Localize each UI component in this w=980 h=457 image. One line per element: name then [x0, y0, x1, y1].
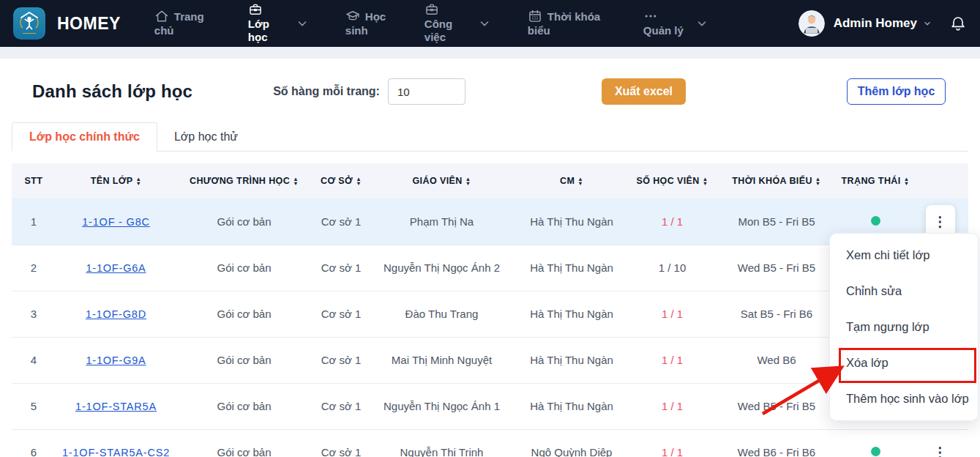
cell-program: Gói cơ bản [176, 337, 312, 383]
cell-student-count: 1 / 10 [659, 261, 687, 274]
table-body: 1 1-1OF - G8C Gói cơ bản Cơ sở 1 Phạm Th… [12, 198, 968, 457]
cell-cm: Hà Thị Thu Ngàn [513, 383, 630, 429]
homey-logo-icon[interactable] [13, 7, 45, 40]
cell-schedule: Sat B5 - Fri B6 [714, 291, 839, 337]
cell-program: Gói cơ bản [176, 291, 312, 337]
cell-stt: 1 [12, 198, 56, 245]
rows-per-page: Số hàng mỗi trang: [273, 78, 465, 105]
cell-student-count: 1 / 1 [662, 215, 683, 228]
class-table: STT TÊN LỚP▲▼ CHƯƠNG TRÌNH HỌC▲▼ CƠ SỞ▲▼… [12, 163, 968, 457]
column-header[interactable]: GIÁO VIÊN▲▼ [370, 163, 513, 198]
tab-official-classes[interactable]: Lớp học chính thức [12, 122, 157, 152]
kebab-icon: ⋮ [933, 445, 947, 457]
nav-item-thoi-khoa-bieu[interactable]: Thời khóa biểu [528, 9, 607, 38]
cell-teacher: Đào Thu Trang [370, 291, 513, 337]
cell-student-count: 1 / 1 [662, 308, 683, 320]
user-name[interactable]: Admin Homey [834, 16, 917, 31]
nav-items: Trang chủ Lớp học Học sinh Công việc Thờ… [154, 2, 708, 45]
page-title: Danh sách lớp học [32, 81, 192, 102]
add-class-button[interactable]: Thêm lớp học [847, 78, 946, 105]
sort-icon: ▲▼ [356, 177, 362, 185]
column-header[interactable]: TÊN LỚP▲▼ [56, 163, 176, 198]
sort-icon: ▲▼ [815, 177, 821, 185]
table-row: 2 1-1OF-G6A Gói cơ bản Cơ sở 1 Nguyễn Th… [12, 245, 968, 291]
nav-item-cong-viec[interactable]: Công việc [424, 2, 491, 45]
cell-cm: Hà Thị Thu Ngàn [513, 198, 630, 245]
cell-cm: Hà Thị Thu Ngàn [513, 245, 630, 291]
nav-item-label: Quản lý [643, 24, 684, 37]
nav-right-cluster: Admin Homey [798, 10, 967, 37]
table-row: 1 1-1OF - G8C Gói cơ bản Cơ sở 1 Phạm Th… [12, 198, 968, 245]
sort-icon: ▲▼ [577, 177, 583, 185]
calendar-icon [528, 10, 547, 23]
brand-name[interactable]: HOMEY [57, 14, 121, 34]
cell-teacher: Nguyễn Thị Ngọc Ánh 2 [370, 245, 513, 291]
sort-icon: ▲▼ [465, 177, 471, 185]
class-name-link[interactable]: 1-1OF-G9A [86, 354, 146, 366]
status-dot-icon [871, 447, 880, 456]
context-menu-item[interactable]: Chỉnh sửa [830, 273, 978, 309]
cell-student-count: 1 / 1 [662, 354, 683, 366]
cell-teacher: Mai Thị Minh Nguyệt [370, 337, 513, 383]
cell-cm: Ngô Quỳnh Diệp [513, 429, 630, 457]
table-row: 4 1-1OF-G9A Gói cơ bản Cơ sở 1 Mai Thị M… [12, 337, 968, 383]
column-header[interactable]: CM▲▼ [513, 163, 630, 198]
nav-item-trang-chu[interactable]: Trang chủ [154, 9, 212, 38]
top-navbar: HOMEY Trang chủ Lớp học Học sinh Công vi… [0, 0, 980, 47]
class-tabs: Lớp học chính thức Lớp học thử [12, 122, 968, 152]
class-name-link[interactable]: 1-1OF-STAR5A [75, 401, 157, 412]
graduation-cap-icon [345, 10, 365, 23]
nav-item-hoc-sinh[interactable]: Học sinh [345, 9, 388, 38]
context-menu-item[interactable]: Tạm ngưng lớp [830, 309, 978, 345]
status-dot-icon [871, 216, 880, 226]
cell-stt: 5 [12, 383, 56, 429]
nav-item-lop-hoc[interactable]: Lớp học [248, 2, 309, 45]
class-name-link[interactable]: 1-1OF-G6A [86, 262, 146, 274]
sort-icon: ▲▼ [293, 177, 299, 185]
user-avatar[interactable] [798, 10, 825, 37]
sort-icon: ▲▼ [904, 177, 910, 185]
context-menu-item[interactable]: Xóa lớp [830, 345, 978, 381]
tab-trial-classes[interactable]: Lớp học thử [157, 122, 255, 152]
context-menu-item[interactable]: Xem chi tiết lớp [830, 237, 978, 273]
column-header[interactable]: CHƯƠNG TRÌNH HỌC▲▼ [176, 163, 312, 198]
cell-program: Gói cơ bản [176, 198, 312, 245]
cell-cm: Hà Thị Thu Ngàn [513, 337, 630, 383]
kebab-icon: ⋮ [933, 215, 947, 228]
nav-item-quan-ly[interactable]: Quản lý [643, 9, 708, 38]
cell-schedule: Wed B6 - Fri B6 [714, 429, 839, 457]
row-actions-button[interactable]: ⋮ [926, 436, 955, 457]
notification-bell-icon[interactable] [949, 15, 967, 32]
table-row: 5 1-1OF-STAR5A Gói cơ bản Cơ sở 1 Nguyễn… [12, 383, 968, 429]
ellipsis-icon [643, 10, 663, 23]
cell-campus: Cơ sở 1 [312, 198, 370, 245]
context-menu-item[interactable]: Thêm học sinh vào lớp [830, 381, 978, 417]
nav-item-label: Công việc [424, 18, 452, 44]
column-header[interactable]: SỐ HỌC VIÊN▲▼ [630, 163, 714, 198]
cell-stt: 3 [12, 291, 56, 337]
chevron-down-icon[interactable] [695, 17, 708, 30]
chevron-down-icon[interactable] [478, 17, 491, 30]
class-name-link[interactable]: 1-1OF-G8D [86, 308, 146, 320]
column-header: STT [12, 163, 56, 198]
class-name-link[interactable]: 1-1OF-STAR5A-CS2 [62, 447, 170, 457]
cell-teacher: Nguyễn Thị Ngọc Ánh 1 [370, 383, 513, 429]
column-header[interactable]: TRẠNG THÁI▲▼ [839, 163, 912, 198]
cell-program: Gói cơ bản [176, 245, 312, 291]
chevron-down-icon[interactable] [296, 17, 309, 30]
column-header[interactable]: CƠ SỞ▲▼ [312, 163, 370, 198]
briefcase-icon [424, 4, 444, 16]
cell-campus: Cơ sở 1 [312, 383, 370, 429]
cell-schedule: Wed B5 - Fri B5 [714, 245, 839, 291]
table-row: 6 1-1OF-STAR5A-CS2 Gói cơ bản Cơ sở 1 Ng… [12, 429, 968, 457]
column-header[interactable]: THỜI KHÓA BIỂU▲▼ [714, 163, 839, 198]
table-header-row: STT TÊN LỚP▲▼ CHƯƠNG TRÌNH HỌC▲▼ CƠ SỞ▲▼… [12, 163, 968, 198]
user-chevron-down-icon[interactable] [917, 19, 932, 28]
cell-campus: Cơ sở 1 [312, 429, 370, 457]
column-header [912, 163, 968, 198]
class-name-link[interactable]: 1-1OF - G8C [82, 216, 150, 228]
rows-per-page-input[interactable] [388, 78, 465, 105]
export-excel-button[interactable]: Xuất excel [602, 78, 686, 105]
nav-item-label: Lớp học [248, 18, 269, 44]
cell-stt: 6 [12, 429, 56, 457]
